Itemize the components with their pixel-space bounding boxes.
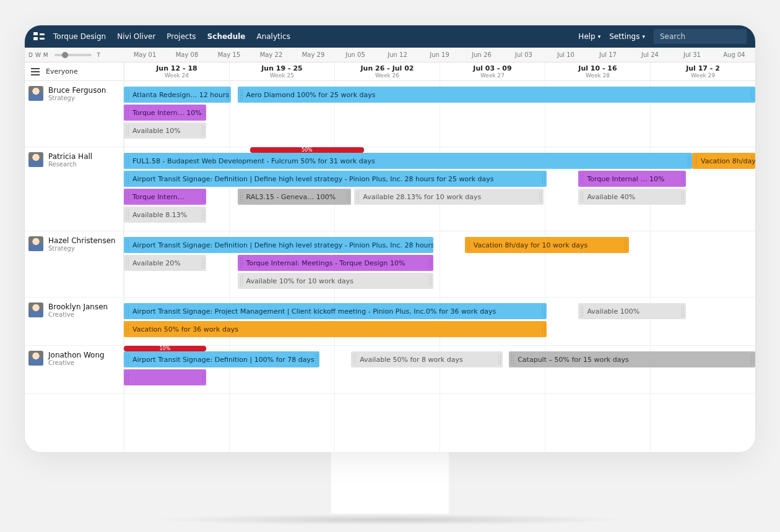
drag-handle-icon[interactable]	[428, 275, 431, 286]
drag-handle-icon[interactable]	[750, 89, 753, 100]
nav-projects[interactable]: Projects	[167, 32, 196, 41]
drag-handle-icon[interactable]	[314, 354, 318, 365]
nav-help[interactable]: Help▾	[578, 32, 600, 41]
week-cell[interactable]: Jul 10 - 16Week 28	[545, 62, 650, 80]
drag-handle-icon[interactable]	[580, 173, 583, 184]
allocation-bar[interactable]: FUL1.58 - Budapest Web Development - Ful…	[124, 153, 692, 169]
allocation-bar[interactable]: Airport Transit Signage: Definition | De…	[124, 237, 433, 253]
drag-handle-icon[interactable]	[126, 191, 129, 202]
person-name[interactable]: Hazel Christensen	[48, 236, 116, 245]
allocation-bar[interactable]: Available 10%	[124, 122, 206, 139]
allocation-bar[interactable]: Airport Transit Signage: Definition | De…	[124, 171, 547, 187]
zoom-mode-w[interactable]: W	[35, 52, 41, 58]
drag-handle-icon[interactable]	[126, 372, 129, 383]
allocation-bar[interactable]: Catapult – 50% for 15 work days	[509, 351, 755, 367]
nav-user[interactable]: Nivi Oliver	[117, 32, 155, 41]
drag-handle-icon[interactable]	[201, 107, 204, 118]
drag-handle-icon[interactable]	[126, 89, 129, 100]
drag-handle-icon[interactable]	[539, 191, 542, 202]
drag-handle-icon[interactable]	[126, 107, 129, 118]
menu-icon[interactable]	[31, 68, 40, 75]
allocation-bar[interactable]: Atlanta Redesign… 12 hours	[124, 87, 231, 103]
drag-handle-icon[interactable]	[681, 306, 684, 317]
drag-handle-icon[interactable]	[126, 173, 129, 184]
people-filter[interactable]: Everyone	[46, 67, 78, 75]
drag-handle-icon[interactable]	[201, 191, 204, 202]
drag-handle-icon[interactable]	[687, 155, 690, 166]
drag-handle-icon[interactable]	[624, 239, 627, 251]
drag-handle-icon[interactable]	[226, 89, 229, 100]
allocation-bar[interactable]: Vacation 50% for 36 work days	[124, 321, 547, 337]
drag-handle-icon[interactable]	[126, 306, 129, 317]
nav-brand[interactable]: Torque Design	[53, 32, 106, 41]
drag-handle-icon[interactable]	[346, 191, 349, 202]
person-name[interactable]: Brooklyn Jansen	[48, 302, 108, 311]
drag-handle-icon[interactable]	[240, 89, 243, 100]
nav-schedule[interactable]: Schedule	[207, 32, 246, 41]
allocation-bar[interactable]: Airport Transit Signage: Definition | 10…	[124, 351, 319, 367]
allocation-bar[interactable]: Torque Intern…	[124, 189, 206, 205]
drag-handle-icon[interactable]	[126, 155, 129, 166]
drag-handle-icon[interactable]	[467, 239, 470, 251]
drag-handle-icon[interactable]	[580, 306, 583, 317]
drag-handle-icon[interactable]	[240, 257, 243, 268]
allocation-bar[interactable]: Available 8.13%	[124, 207, 206, 223]
week-cell[interactable]: Jun 12 - 18Week 24	[124, 62, 229, 80]
drag-handle-icon[interactable]	[511, 354, 514, 365]
allocation-bar[interactable]: Available 100%	[578, 303, 685, 319]
person-name[interactable]: Jonathon Wong	[48, 351, 105, 359]
drag-handle-icon[interactable]	[126, 257, 129, 268]
drag-handle-icon[interactable]	[353, 354, 356, 365]
drag-handle-icon[interactable]	[542, 306, 545, 317]
drag-handle-icon[interactable]	[126, 209, 129, 220]
drag-handle-icon[interactable]	[694, 155, 697, 166]
nav-analytics[interactable]: Analytics	[256, 32, 290, 41]
drag-handle-icon[interactable]	[201, 257, 204, 268]
drag-handle-icon[interactable]	[542, 173, 545, 184]
drag-handle-icon[interactable]	[580, 191, 583, 202]
drag-handle-icon[interactable]	[498, 354, 501, 365]
person-name[interactable]: Bruce Ferguson	[48, 86, 106, 95]
zoom-mode-m[interactable]: M	[43, 52, 49, 58]
drag-handle-icon[interactable]	[750, 155, 753, 166]
drag-handle-icon[interactable]	[356, 191, 359, 202]
allocation-bar[interactable]: Available 40%	[578, 189, 685, 205]
drag-handle-icon[interactable]	[681, 191, 684, 202]
search-input[interactable]	[654, 29, 747, 44]
drag-handle-icon[interactable]	[240, 191, 243, 202]
allocation-bar[interactable]	[124, 369, 206, 385]
week-cell[interactable]: Jun 19 - 25Week 25	[229, 62, 334, 80]
drag-handle-icon[interactable]	[126, 125, 129, 136]
drag-handle-icon[interactable]	[201, 209, 204, 220]
drag-handle-icon[interactable]	[542, 324, 545, 335]
allocation-bar[interactable]: Torque Intern… 10%	[124, 105, 206, 121]
drag-handle-icon[interactable]	[681, 173, 684, 184]
allocation-bar[interactable]: Available 50% for 8 work days	[351, 351, 503, 367]
week-cell[interactable]: Jul 17 - 2Week 29	[650, 62, 755, 80]
allocation-bar[interactable]: Airport Transit Signage: Project Managem…	[124, 303, 547, 319]
nav-settings[interactable]: Settings▾	[609, 32, 645, 41]
zoom-slider[interactable]	[54, 54, 92, 56]
person-name[interactable]: Patricia Hall	[48, 152, 92, 161]
allocation-bar[interactable]: Torque Internal … 10%	[578, 171, 685, 187]
drag-handle-icon[interactable]	[428, 257, 431, 268]
week-cell[interactable]: Jun 26 - Jul 02Week 26	[334, 62, 440, 80]
drag-handle-icon[interactable]	[126, 354, 129, 365]
allocation-bar[interactable]: RAL3.15 - Geneva… 100%	[238, 189, 352, 205]
allocation-bar[interactable]: Aero Diamond 100% for 25 work days	[238, 87, 755, 103]
allocation-bar[interactable]: Torque Internal: Meetings - Torque Desig…	[238, 255, 433, 271]
allocation-bar[interactable]: Vacation 8h/day	[692, 153, 755, 169]
allocation-bar[interactable]: Available 20%	[124, 255, 206, 271]
drag-handle-icon[interactable]	[428, 239, 431, 251]
drag-handle-icon[interactable]	[201, 372, 204, 383]
drag-handle-icon[interactable]	[126, 324, 129, 335]
drag-handle-icon[interactable]	[240, 275, 243, 286]
week-cell[interactable]: Jul 03 - 09Week 27	[440, 62, 545, 80]
drag-handle-icon[interactable]	[750, 354, 753, 365]
allocation-bar[interactable]: Available 10% for 10 work days	[238, 273, 433, 289]
allocation-bar[interactable]: Vacation 8h/day for 10 work days	[465, 237, 629, 253]
zoom-mode-t[interactable]: T	[97, 52, 102, 58]
zoom-mode-d[interactable]: D	[28, 52, 33, 58]
allocation-bar[interactable]: Available 28.13% for 10 work days	[354, 189, 544, 205]
drag-handle-icon[interactable]	[201, 125, 204, 136]
